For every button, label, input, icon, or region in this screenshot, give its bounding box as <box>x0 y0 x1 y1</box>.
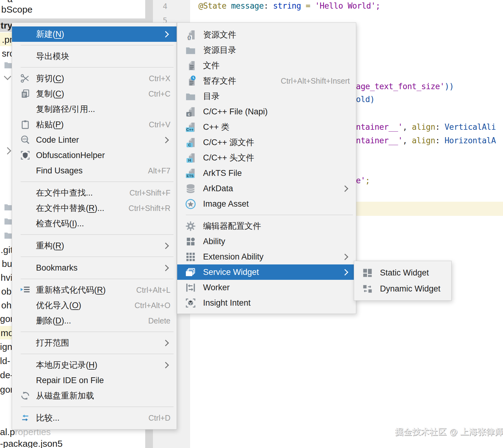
tree-item-gor[interactable]: gor <box>0 314 13 324</box>
menu-item-image-asset[interactable]: Image Asset <box>177 196 356 212</box>
submenu-arrow-icon <box>162 31 169 37</box>
menu-item-code-linter[interactable]: </>Code Linter <box>12 132 177 148</box>
submenu-arrow-icon <box>162 264 169 271</box>
menu-separator <box>12 351 177 357</box>
menu-item-local-history[interactable]: 本地历史记录(H) <box>12 357 177 373</box>
arkdata-icon <box>184 182 197 195</box>
folder-icon <box>184 44 197 57</box>
menu-item-c-header[interactable]: HC/C++ 头文件 <box>177 150 356 165</box>
scratch-icon <box>184 74 197 87</box>
tree-item-ign[interactable]: ign <box>0 342 12 352</box>
chev-right-icon[interactable] <box>4 147 11 154</box>
tree-item-ob[interactable]: ob <box>1 286 11 296</box>
menu-item-editor-config[interactable]: 编辑器配置文件 <box>177 218 356 234</box>
tree-item-package-json5[interactable]: -package.json5 <box>0 438 62 448</box>
menu-item-label: 剪切(C) <box>36 73 64 84</box>
tree-item-ld[interactable]: ld- <box>0 356 10 366</box>
menu-item-repair-ide[interactable]: Repair IDE on File <box>12 373 177 388</box>
chev-down-icon[interactable] <box>4 73 11 80</box>
menu-item-shortcut: Ctrl+X <box>149 74 170 83</box>
menu-item-bookmarks[interactable]: Bookmarks <box>12 260 177 276</box>
menu-item-label: Static Widget <box>380 268 429 278</box>
menu-separator <box>12 231 177 238</box>
submenu-arrow-icon <box>342 269 348 275</box>
menu-item-insight-intent[interactable]: Insight Intent <box>177 295 356 311</box>
menu-item-paste[interactable]: 粘贴(P)Ctrl+V <box>12 117 177 132</box>
ability-icon <box>184 235 197 248</box>
menu-item-label: Code Linter <box>36 135 79 145</box>
tree-item-bu[interactable]: bu <box>2 259 12 269</box>
submenu-arrow-icon <box>342 253 348 260</box>
menu-item-extension-ability[interactable]: Extension Ability <box>177 249 356 264</box>
menu-item-label: 新建(N) <box>36 29 64 40</box>
code-fragment: ntainer__', align: HorizontalA <box>356 136 496 145</box>
menu-item-label: C/C++ 源文件 <box>203 137 254 148</box>
menu-separator <box>12 328 177 335</box>
submenu-arrow-icon <box>162 137 169 143</box>
menu-item-label: 导出模块 <box>36 51 69 62</box>
menu-item-resource-file[interactable]: {}资源文件 <box>177 27 356 42</box>
menu-item-label: 本地历史记录(H) <box>36 359 98 371</box>
service-widget-submenu: Static WidgetDynamic Widget <box>354 261 452 301</box>
menu-item-inspect-code[interactable]: 检查代码(I)... <box>12 216 177 231</box>
menu-item-replace-in-files[interactable]: 在文件中替换(R)...Ctrl+Shift+R <box>12 200 177 216</box>
menu-item-label: 打开范围 <box>36 337 69 348</box>
ide-screenshot: abScopetry.prsrc.gitbuhviobohgormoignld-… <box>0 0 503 448</box>
menu-item-c-source[interactable]: CC/C++ 源文件 <box>177 135 356 150</box>
ets-icon: ETS <box>184 167 197 180</box>
menu-item-directory[interactable]: 目录 <box>177 89 356 104</box>
menu-item-cut[interactable]: 剪切(C)Ctrl+X <box>12 71 177 86</box>
menu-item-compare[interactable]: 比较...Ctrl+D <box>12 410 177 426</box>
menu-item-label: 比较... <box>36 412 60 423</box>
menu-item-optimize-imports[interactable]: 优化导入(O)Ctrl+Alt+O <box>12 298 177 313</box>
reformat-icon <box>19 283 32 296</box>
menu-item-service-widget[interactable]: Service Widget <box>177 264 356 280</box>
menu-item-open-scope[interactable]: 打开范围 <box>12 335 177 351</box>
submenu-arrow-icon <box>162 242 169 249</box>
menu-item-export-module[interactable]: 导出模块 <box>12 49 177 64</box>
tree-item-hvi[interactable]: hvi <box>1 272 12 283</box>
svg-text:</>: </> <box>22 137 27 141</box>
menu-item-refactor[interactable]: 重构(R) <box>12 238 177 253</box>
tree-item-partial-top[interactable]: a <box>7 0 13 4</box>
menu-item-label: Repair IDE on File <box>36 376 104 385</box>
menu-item-cpp-class[interactable]: C++C++ 类 <box>177 119 356 135</box>
menu-item-label: Insight Intent <box>203 298 251 308</box>
menu-item-copy-path[interactable]: 复制路径/引用... <box>12 101 177 117</box>
menu-item-dynamic-widget[interactable]: Dynamic Widget <box>354 281 451 297</box>
dynamic-widget-icon <box>361 282 374 295</box>
tree-item-obfuscation-scope[interactable]: bScope <box>1 4 33 14</box>
tree-item-de[interactable]: de- <box>0 370 13 380</box>
menu-item-c-file-napi[interactable]: cC/C++ File (Napi) <box>177 104 356 119</box>
folder-icon <box>184 90 197 103</box>
tree-item-entry-selected[interactable]: try <box>1 20 12 30</box>
paste-icon <box>19 118 32 131</box>
menu-item-find-usages[interactable]: Find UsagesAlt+F7 <box>12 163 177 178</box>
tree-item-gor2[interactable]: gor <box>0 384 13 394</box>
menu-item-arkdata[interactable]: ArkData <box>177 181 356 196</box>
menu-item-label: 暂存文件 <box>203 75 236 86</box>
menu-item-reformat-code[interactable]: 重新格式化代码(R)Ctrl+Alt+L <box>12 282 177 298</box>
menu-item-copy[interactable]: 复制(C)Ctrl+C <box>12 86 177 101</box>
menu-item-static-widget[interactable]: Static Widget <box>354 265 451 281</box>
menu-item-file[interactable]: 文件 <box>177 58 356 73</box>
menu-item-obfuscation-helper[interactable]: ObfuscationHelper <box>12 148 177 163</box>
menu-item-label: ObfuscationHelper <box>36 151 105 160</box>
menu-item-ability[interactable]: Ability <box>177 234 356 249</box>
menu-item-label: 在文件中查找... <box>36 187 93 198</box>
menu-item-scratch-file[interactable]: 暂存文件Ctrl+Alt+Shift+Insert <box>177 73 356 89</box>
menu-item-resource-directory[interactable]: 资源目录 <box>177 42 356 58</box>
menu-item-label: 复制路径/引用... <box>36 104 95 115</box>
menu-item-delete[interactable]: 删除(D)...Delete <box>12 313 177 328</box>
worker-icon <box>184 281 197 294</box>
tree-item-pr[interactable]: .pr <box>2 34 13 45</box>
menu-item-new[interactable]: 新建(N) <box>12 26 177 42</box>
menu-item-worker[interactable]: Worker <box>177 280 356 295</box>
menu-item-label: ArkTS File <box>203 168 242 178</box>
tree-item-git[interactable]: .git <box>1 245 13 255</box>
menu-item-reload-from-disk[interactable]: 从磁盘重新加载 <box>12 388 177 403</box>
menu-item-shortcut: Ctrl+C <box>148 89 170 98</box>
tree-item-oh[interactable]: oh <box>1 300 11 310</box>
menu-item-find-in-files[interactable]: 在文件中查找...Ctrl+Shift+F <box>12 185 177 200</box>
menu-item-arkts-file[interactable]: ETSArkTS File <box>177 165 356 181</box>
